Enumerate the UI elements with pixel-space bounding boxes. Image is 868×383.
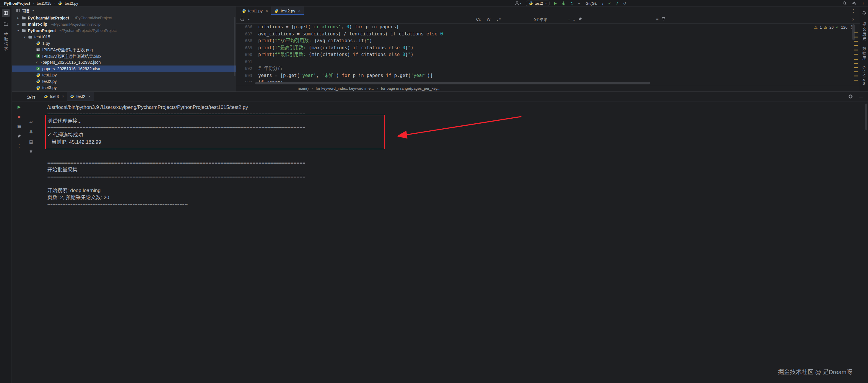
project-panel-header[interactable]: 项目 ▾ bbox=[12, 6, 236, 15]
search-history-chevron-icon[interactable]: ▾ bbox=[248, 18, 250, 21]
sciview-tool-button[interactable]: SciView bbox=[862, 66, 866, 86]
code-text[interactable]: avg_citations = sum(citations) / len(cit… bbox=[252, 31, 443, 38]
soft-wrap-icon[interactable]: ↩ bbox=[28, 118, 35, 126]
code-text[interactable] bbox=[252, 59, 258, 66]
regex-toggle[interactable]: .* bbox=[495, 17, 502, 22]
run-with-coverage-button[interactable]: ↻ bbox=[570, 1, 574, 6]
match-case-toggle[interactable]: Cc bbox=[475, 17, 483, 22]
tab-test1-py[interactable]: test1.py × bbox=[239, 6, 271, 15]
run-tab-tset3[interactable]: tset3 × bbox=[41, 92, 67, 101]
breadcrumb-folder[interactable]: test1015 bbox=[37, 1, 52, 6]
tree-item-1-py[interactable]: 1.py bbox=[12, 40, 236, 47]
tree-item-mnist-clip[interactable]: ▸ mnist-clip ~/PycharmProjects/mnist-cli… bbox=[12, 21, 236, 28]
warning-stripe-mark[interactable] bbox=[854, 45, 858, 46]
close-tab-icon[interactable]: × bbox=[62, 94, 64, 99]
code-text[interactable]: print(f"最低引用数: {min(citations) if citati… bbox=[252, 51, 414, 59]
close-tab-icon[interactable]: × bbox=[266, 8, 268, 13]
clear-console-icon[interactable] bbox=[28, 148, 35, 155]
search-everywhere-button[interactable] bbox=[842, 1, 847, 6]
run-settings-gear-icon[interactable] bbox=[848, 94, 853, 99]
scroll-to-end-icon[interactable]: ⇊ bbox=[28, 128, 35, 135]
pin-icon[interactable] bbox=[578, 17, 582, 22]
git-commit-button[interactable]: ✓ bbox=[608, 1, 611, 6]
warning-stripe-mark[interactable] bbox=[854, 49, 858, 50]
search-input[interactable] bbox=[253, 16, 472, 23]
run-tab-test2[interactable]: test2 × bbox=[67, 92, 94, 101]
tab-options-icon[interactable]: ⋮ bbox=[851, 8, 856, 13]
tree-item-test1-py[interactable]: test1.py bbox=[12, 72, 236, 78]
warning-stripe-mark[interactable] bbox=[854, 67, 858, 68]
breadcrumb-for-page[interactable]: for page in range(pages_per_key... bbox=[381, 86, 440, 91]
console-scrollbar[interactable] bbox=[865, 104, 867, 130]
warning-stripe-mark[interactable] bbox=[854, 54, 858, 55]
restore-layout-icon[interactable]: ▦ bbox=[16, 123, 23, 130]
git-history-button[interactable]: ↺ bbox=[623, 1, 626, 6]
commit-history-tool-button[interactable]: 提交历史 bbox=[861, 23, 867, 41]
more-run-options-icon[interactable]: ▾ bbox=[578, 1, 580, 6]
vertical-scrollbar[interactable] bbox=[852, 24, 855, 40]
run-button[interactable]: ▶ bbox=[554, 1, 557, 5]
inspections-widget[interactable]: ⚠ 1 ⚠ 26 ✓ 126 ∧∨ bbox=[812, 24, 855, 30]
close-tab-icon[interactable]: × bbox=[298, 8, 301, 13]
warning-stripe-mark[interactable] bbox=[854, 80, 858, 80]
git-push-button[interactable]: ↗ bbox=[615, 1, 619, 6]
tab-test2-py[interactable]: test2.py × bbox=[271, 6, 304, 15]
warning-stripe-mark[interactable] bbox=[854, 63, 858, 64]
tree-item-ipidea-png[interactable]: IPIDEA代理成功率图表.png bbox=[12, 47, 236, 53]
tree-item-tset3-py[interactable]: tset3.py bbox=[12, 85, 236, 91]
settings-gear-button[interactable] bbox=[852, 1, 857, 6]
next-occurrence-button[interactable]: ↓ bbox=[573, 17, 575, 22]
breadcrumb-file[interactable]: test2.py bbox=[65, 1, 78, 6]
commit-tool-button[interactable] bbox=[2, 20, 10, 28]
project-scrollbar[interactable] bbox=[234, 17, 236, 76]
tree-item-papers-json[interactable]: { } papers_20251016_162932.json bbox=[12, 59, 236, 66]
breadcrumb-main[interactable]: main() bbox=[298, 86, 309, 91]
code-text[interactable]: citations = [p.get('citations', 0) for p… bbox=[252, 24, 399, 31]
minimize-icon[interactable]: — bbox=[859, 94, 863, 99]
words-toggle[interactable]: W bbox=[485, 17, 492, 22]
user-account-icon[interactable]: ▾ bbox=[515, 1, 522, 6]
chevron-right-icon[interactable]: ▸ bbox=[17, 23, 20, 26]
tree-item-pythonproject[interactable]: ▾ PythonProject ~/PycharmProjects/Python… bbox=[12, 28, 236, 34]
breadcrumb-project[interactable]: PythonProject bbox=[4, 1, 30, 6]
breadcrumb-for-keyword[interactable]: for keyword_index, keyword in e... bbox=[316, 86, 374, 91]
tree-item-test1015[interactable]: ▾ test1015 bbox=[12, 34, 236, 40]
close-search-icon[interactable]: × bbox=[852, 17, 855, 22]
debug-bug-button[interactable] bbox=[561, 1, 566, 6]
code-text[interactable]: print(f"最高引用数: {max(citations) if citati… bbox=[252, 44, 414, 51]
code-text[interactable]: years = [p.get('year', '未知') for p in pa… bbox=[252, 72, 433, 79]
filter-funnel-icon[interactable] bbox=[661, 17, 665, 22]
horizontal-scrollbar[interactable] bbox=[255, 82, 650, 84]
pin-tab-icon[interactable] bbox=[16, 133, 23, 140]
more-actions-icon[interactable]: ⋮ bbox=[16, 142, 23, 149]
filter-lines-icon[interactable]: ≡ bbox=[656, 17, 658, 22]
project-tool-button[interactable] bbox=[2, 9, 10, 17]
chevron-down-icon[interactable]: ▾ bbox=[17, 29, 20, 32]
stop-button[interactable]: ■ bbox=[16, 113, 23, 120]
warning-stripe-mark[interactable] bbox=[854, 71, 858, 72]
database-tool-button[interactable]: 数据库 bbox=[861, 47, 867, 61]
rerun-button[interactable]: ▶ bbox=[16, 103, 23, 110]
chevron-down-icon[interactable]: ▾ bbox=[23, 35, 26, 39]
tree-item-ipidea-xlsx[interactable]: IPIDEA代理连通性测试结果.xlsx bbox=[12, 53, 236, 59]
git-update-button[interactable]: ↓ bbox=[601, 1, 603, 6]
more-options-icon[interactable]: ⋮ bbox=[861, 1, 865, 6]
pull-requests-tool-button[interactable]: 拉取请求 bbox=[3, 32, 8, 51]
tree-item-pycharmmiscproject[interactable]: ▸ PyCharmMiscProject ~/PyCharmMiscProjec… bbox=[12, 15, 236, 21]
chevron-right-icon[interactable]: ▸ bbox=[17, 16, 20, 20]
tree-item-papers-xlsx[interactable]: papers_20251016_162932.xlsx bbox=[12, 66, 236, 72]
code-text[interactable]: # 年份分布 bbox=[252, 65, 282, 72]
notifications-bell-icon[interactable] bbox=[860, 9, 868, 17]
warning-stripe-mark[interactable] bbox=[854, 41, 858, 42]
warning-stripe-mark[interactable] bbox=[854, 59, 858, 60]
close-tab-icon[interactable]: × bbox=[88, 94, 91, 99]
code-text[interactable]: print(f"\n平均引用数: {avg_citations:.1f}") bbox=[252, 37, 372, 44]
code-text[interactable]: if years: bbox=[252, 79, 283, 82]
print-icon[interactable]: ▤ bbox=[28, 138, 35, 145]
code-editor[interactable]: 686citations = [p.get('citations', 0) fo… bbox=[236, 24, 851, 82]
tree-item-test2-py[interactable]: test2.py bbox=[12, 78, 236, 85]
search-icon[interactable] bbox=[240, 17, 245, 22]
warning-stripe-mark[interactable] bbox=[854, 75, 858, 76]
prev-occurrence-button[interactable]: ↑ bbox=[568, 17, 570, 22]
run-config-selector[interactable]: test2 ▾ bbox=[526, 1, 550, 6]
